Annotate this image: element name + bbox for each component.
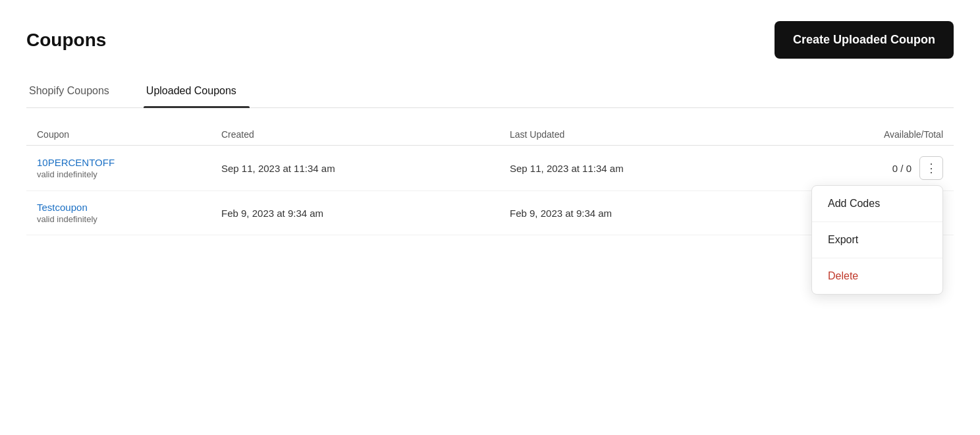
column-header-available-total: Available/Total bbox=[798, 129, 943, 140]
tab-uploaded-coupons[interactable]: Uploaded Coupons bbox=[144, 77, 250, 107]
coupon-cell-1: 10PERCENTOFF valid indefinitely bbox=[37, 157, 221, 179]
more-dots-icon: ⋮ bbox=[925, 161, 937, 175]
coupon-validity: valid indefinitely bbox=[37, 169, 221, 179]
dropdown-menu: Add Codes Export Delete bbox=[811, 185, 943, 295]
column-header-coupon: Coupon bbox=[37, 129, 221, 140]
column-header-last-updated: Last Updated bbox=[510, 129, 798, 140]
coupon-name-link[interactable]: 10PERCENTOFF bbox=[37, 157, 221, 168]
created-date-1: Sep 11, 2023 at 11:34 am bbox=[221, 163, 510, 174]
more-actions-button-1[interactable]: ⋮ bbox=[919, 156, 943, 180]
tabs-container: Shopify Coupons Uploaded Coupons bbox=[26, 77, 954, 108]
table-header: Coupon Created Last Updated Available/To… bbox=[26, 124, 954, 146]
coupon-validity: valid indefinitely bbox=[37, 214, 221, 224]
coupons-table: Coupon Created Last Updated Available/To… bbox=[26, 124, 954, 272]
page-container: Coupons Create Uploaded Coupon Shopify C… bbox=[0, 0, 980, 293]
page-header: Coupons Create Uploaded Coupon bbox=[26, 21, 954, 59]
last-updated-date-2: Feb 9, 2023 at 9:34 am bbox=[510, 208, 798, 219]
coupon-cell-2: Testcoupon valid indefinitely bbox=[37, 202, 221, 224]
created-date-2: Feb 9, 2023 at 9:34 am bbox=[221, 208, 510, 219]
available-total-cell-1: 0 / 0 ⋮ bbox=[798, 156, 943, 180]
column-header-created: Created bbox=[221, 129, 510, 140]
dropdown-item-delete[interactable]: Delete bbox=[812, 258, 942, 294]
last-updated-date-1: Sep 11, 2023 at 11:34 am bbox=[510, 163, 798, 174]
dropdown-item-export[interactable]: Export bbox=[812, 222, 942, 258]
table-row: 10PERCENTOFF valid indefinitely Sep 11, … bbox=[26, 146, 954, 191]
tab-shopify-coupons[interactable]: Shopify Coupons bbox=[26, 77, 122, 107]
coupon-name-link[interactable]: Testcoupon bbox=[37, 202, 221, 213]
dropdown-item-add-codes[interactable]: Add Codes bbox=[812, 186, 942, 221]
create-uploaded-coupon-button[interactable]: Create Uploaded Coupon bbox=[775, 21, 954, 59]
page-title: Coupons bbox=[26, 30, 106, 51]
available-total-value-1: 0 / 0 bbox=[892, 163, 912, 174]
